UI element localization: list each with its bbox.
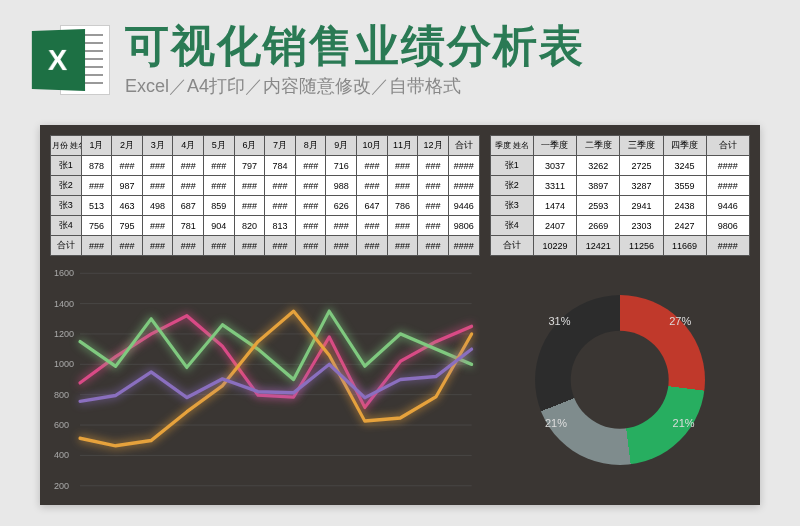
table-cell: 2427 [663, 216, 706, 236]
table-header: 5月 [204, 136, 235, 156]
table-cell: 786 [387, 196, 418, 216]
table-cell: ### [142, 216, 173, 236]
table-cell: 2303 [620, 216, 663, 236]
table-cell: ### [112, 156, 143, 176]
table-cell: #### [448, 176, 479, 196]
row-name: 张3 [51, 196, 82, 216]
table-cell: 9446 [448, 196, 479, 216]
table-cell: 3037 [533, 156, 576, 176]
row-name: 张1 [490, 156, 533, 176]
table-row: 张13037326227253245#### [490, 156, 749, 176]
table-cell: 12421 [577, 236, 620, 256]
table-cell: ### [204, 176, 235, 196]
table-cell: ### [142, 176, 173, 196]
table-cell: 987 [112, 176, 143, 196]
title-block: 可视化销售业绩分析表 Excel／A4打印／内容随意修改／自带格式 [125, 22, 770, 98]
table-row: 合计######################################… [51, 236, 480, 256]
table-corner: 月份 姓名 [51, 136, 82, 156]
table-header: 四季度 [663, 136, 706, 156]
table-cell: 498 [142, 196, 173, 216]
table-cell: ### [142, 156, 173, 176]
table-cell: ### [326, 216, 357, 236]
table-header: 6月 [234, 136, 265, 156]
table-header: 1月 [81, 136, 112, 156]
donut-chart: 27%21%21%31% [490, 264, 750, 495]
table-cell: ### [357, 216, 388, 236]
table-row: 张2###987##################988###########… [51, 176, 480, 196]
table-row: 张23311389732873559#### [490, 176, 749, 196]
quarter-table: 季度 姓名一季度二季度三季度四季度合计 张13037326227253245##… [490, 135, 750, 256]
page-title: 可视化销售业绩分析表 [125, 22, 770, 70]
table-cell: #### [448, 156, 479, 176]
donut-slice-label: 21% [545, 417, 567, 429]
donut-slice-label: 21% [673, 417, 695, 429]
table-cell: ### [173, 156, 204, 176]
table-cell: 2941 [620, 196, 663, 216]
table-cell: ### [173, 176, 204, 196]
table-row: 张4756795###781904820813###############98… [51, 216, 480, 236]
table-cell: #### [706, 236, 749, 256]
table-cell: 3262 [577, 156, 620, 176]
table-header: 合计 [706, 136, 749, 156]
table-cell: 784 [265, 156, 296, 176]
table-corner: 季度 姓名 [490, 136, 533, 156]
table-cell: 3559 [663, 176, 706, 196]
y-axis-tick: 400 [54, 450, 69, 460]
table-cell: 11256 [620, 236, 663, 256]
table-cell: 716 [326, 156, 357, 176]
table-cell: ### [418, 156, 449, 176]
table-cell: ### [387, 176, 418, 196]
table-header: 8月 [295, 136, 326, 156]
table-cell: 781 [173, 216, 204, 236]
table-cell: ### [357, 176, 388, 196]
table-cell: 647 [357, 196, 388, 216]
table-cell: #### [448, 236, 479, 256]
table-cell: 797 [234, 156, 265, 176]
table-cell: ### [112, 236, 143, 256]
table-row: 张3513463498687859#########626647786###94… [51, 196, 480, 216]
table-cell: ### [204, 156, 235, 176]
table-cell: 3287 [620, 176, 663, 196]
table-cell: ### [204, 236, 235, 256]
table-row: 张314742593294124389446 [490, 196, 749, 216]
table-cell: 2669 [577, 216, 620, 236]
y-axis-tick: 1000 [54, 359, 74, 369]
row-name: 张4 [51, 216, 82, 236]
page-subtitle: Excel／A4打印／内容随意修改／自带格式 [125, 74, 770, 98]
table-cell: ### [234, 196, 265, 216]
row-name: 合计 [490, 236, 533, 256]
table-cell: 988 [326, 176, 357, 196]
y-axis-tick: 1200 [54, 329, 74, 339]
table-cell: ### [387, 216, 418, 236]
table-cell: ### [295, 236, 326, 256]
table-cell: 1474 [533, 196, 576, 216]
table-cell: ### [234, 176, 265, 196]
table-cell: 2438 [663, 196, 706, 216]
table-cell: 3897 [577, 176, 620, 196]
table-row: 张1878############797784###716###########… [51, 156, 480, 176]
table-cell: 463 [112, 196, 143, 216]
table-cell: ### [357, 156, 388, 176]
table-cell: ### [81, 236, 112, 256]
table-cell: ### [418, 176, 449, 196]
table-cell: 756 [81, 216, 112, 236]
monthly-table: 月份 姓名1月2月3月4月5月6月7月8月9月10月11月12月合计 张1878… [50, 135, 480, 256]
table-cell: 2593 [577, 196, 620, 216]
table-cell: 878 [81, 156, 112, 176]
table-cell: 9446 [706, 196, 749, 216]
row-name: 张2 [490, 176, 533, 196]
table-cell: 687 [173, 196, 204, 216]
table-cell: 2725 [620, 156, 663, 176]
table-header: 一季度 [533, 136, 576, 156]
line-chart: 2004006008001000120014001600 [50, 264, 480, 495]
table-cell: ### [234, 236, 265, 256]
table-header: 4月 [173, 136, 204, 156]
excel-icon: X [30, 20, 110, 100]
row-name: 张3 [490, 196, 533, 216]
table-cell: 904 [204, 216, 235, 236]
table-cell: ### [265, 196, 296, 216]
table-cell: ### [81, 176, 112, 196]
table-row: 张424072669230324279806 [490, 216, 749, 236]
table-header: 3月 [142, 136, 173, 156]
header: X 可视化销售业绩分析表 Excel／A4打印／内容随意修改／自带格式 [0, 0, 800, 110]
